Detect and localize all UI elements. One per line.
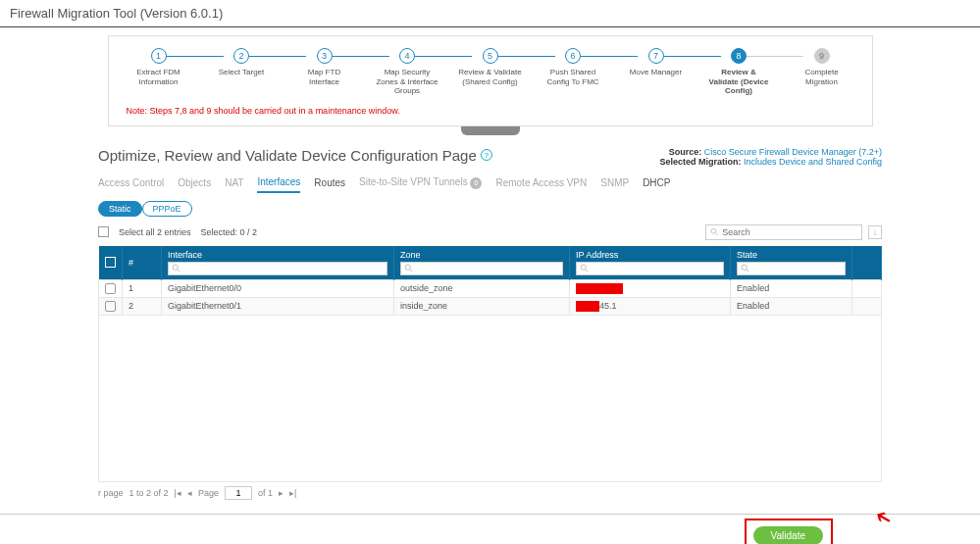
row-checkbox[interactable]: [105, 301, 116, 312]
filter-interface[interactable]: [168, 262, 387, 275]
header-checkbox[interactable]: [105, 257, 116, 268]
app-header: Firewall Migration Tool (Version 6.0.1): [0, 0, 980, 27]
select-all-label: Select all 2 entries: [119, 227, 191, 237]
search-input[interactable]: [722, 227, 857, 237]
subtab-static[interactable]: Static: [98, 201, 142, 217]
pager-last-icon[interactable]: ▸|: [289, 488, 296, 498]
svg-point-2: [173, 265, 178, 270]
pager-prev-icon[interactable]: ◂: [187, 488, 192, 498]
page-title: Optimize, Review and Validate Device Con…: [98, 147, 492, 164]
pager: r page 1 to 2 of 2 |◂ ◂ Page of 1 ▸ ▸|: [98, 482, 882, 504]
tab-access-control[interactable]: Access Control: [98, 177, 164, 192]
app-title: Firewall Migration Tool (Version 6.0.1): [10, 6, 223, 21]
svg-line-5: [410, 270, 412, 272]
stepper-container: 1Extract FDM Information2Select Target3M…: [0, 35, 980, 126]
table-row[interactable]: 1 GigabitEthernet0/0 outside_zone . Enab…: [99, 279, 882, 297]
col-num: #: [123, 246, 162, 280]
collapse-handle[interactable]: [461, 125, 520, 135]
annotation-arrow-icon: ➔: [870, 504, 897, 532]
download-icon[interactable]: ↓: [868, 225, 882, 239]
select-all-checkbox[interactable]: [98, 226, 109, 237]
step-6[interactable]: 6Push Shared Config To FMC: [541, 48, 605, 86]
validate-button[interactable]: Validate: [753, 526, 823, 544]
svg-line-7: [586, 270, 588, 272]
filter-zone[interactable]: [400, 262, 563, 275]
migration-link[interactable]: Includes Device and Shared Config: [744, 157, 882, 167]
tab-snmp[interactable]: SNMP: [600, 177, 629, 192]
table-empty-area: [98, 316, 882, 482]
step-9[interactable]: 9Complete Migration: [790, 48, 854, 86]
redacted-ip: .: [576, 301, 599, 312]
tab-routes[interactable]: Routes: [314, 177, 345, 192]
step-3[interactable]: 3Map FTD Interface: [292, 48, 357, 86]
svg-line-3: [178, 270, 180, 272]
filter-ip[interactable]: [576, 262, 724, 275]
row-checkbox[interactable]: [105, 283, 116, 294]
col-interface: Interface: [162, 246, 394, 280]
svg-point-0: [711, 229, 716, 234]
tab-interfaces[interactable]: Interfaces: [257, 176, 300, 193]
tab-objects[interactable]: Objects: [178, 177, 211, 192]
filter-state[interactable]: [737, 262, 846, 275]
table-row[interactable]: 2 GigabitEthernet0/1 inside_zone .45.1 E…: [99, 297, 882, 315]
sub-tabs: StaticPPPoE: [98, 201, 882, 217]
meta-info: Source: Cisco Secure Firewall Device Man…: [659, 147, 882, 167]
source-link[interactable]: Cisco Secure Firewall Device Manager (7.…: [704, 147, 882, 157]
svg-point-4: [405, 265, 410, 270]
col-ip: IP Address: [569, 246, 730, 280]
svg-point-8: [742, 265, 747, 270]
maintenance-note: Note: Steps 7,8 and 9 should be carried …: [127, 106, 854, 116]
migration-stepper: 1Extract FDM Information2Select Target3M…: [108, 35, 873, 126]
pager-first-icon[interactable]: |◂: [175, 488, 181, 498]
redacted-ip: .: [576, 283, 623, 294]
step-7[interactable]: 7Move Manager: [624, 48, 689, 77]
tab-remote-access-vpn[interactable]: Remote Access VPN: [495, 177, 587, 192]
help-icon[interactable]: ?: [481, 149, 492, 161]
step-1[interactable]: 1Extract FDM Information: [127, 48, 191, 86]
step-2[interactable]: 2Select Target: [209, 48, 274, 77]
subtab-pppoe[interactable]: PPPoE: [142, 201, 192, 217]
search-icon: [710, 227, 718, 236]
tab-site-to-site-vpn-tunnels[interactable]: Site-to-Site VPN Tunnels 0: [359, 176, 482, 193]
tab-dhcp[interactable]: DHCP: [643, 177, 670, 192]
col-state: State: [731, 246, 852, 280]
svg-point-6: [581, 265, 586, 270]
svg-line-9: [747, 270, 748, 272]
pager-page-input[interactable]: [225, 486, 252, 500]
selected-count: Selected: 0 / 2: [201, 227, 258, 237]
search-box[interactable]: [705, 224, 862, 240]
pager-next-icon[interactable]: ▸: [279, 488, 284, 498]
main-tabs: Access ControlObjectsNATInterfacesRoutes…: [98, 176, 882, 193]
interfaces-table: # Interface Zone IP Address State 1 Giga…: [98, 246, 882, 316]
step-5[interactable]: 5Review & Validate (Shared Config): [458, 48, 523, 86]
tab-nat[interactable]: NAT: [225, 177, 243, 192]
col-zone: Zone: [393, 246, 569, 280]
svg-line-1: [716, 233, 718, 235]
